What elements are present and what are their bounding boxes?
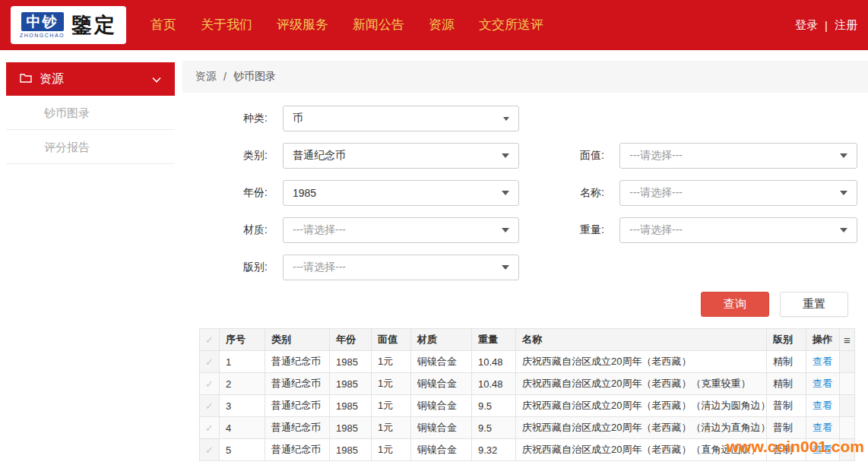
sidebar-item-coin-catalog[interactable]: 钞币图录 — [6, 96, 175, 130]
category-select[interactable]: 普通纪念币 — [283, 143, 519, 169]
cell-category: 普通纪念币 — [265, 417, 330, 439]
cell-edition: 精制 — [767, 351, 806, 373]
cell-edition: 普制 — [767, 417, 806, 439]
top-header: 中钞 ZHONGCHAO 鑒定 首页 关于我们 评级服务 新闻公告 资源 文交所… — [0, 0, 868, 50]
nav-item-resources[interactable]: 资源 — [417, 0, 467, 50]
cell-category: 普通纪念币 — [265, 373, 330, 395]
kind-select-value: 币 — [293, 112, 303, 125]
name-select-value: ---请选择--- — [629, 186, 683, 200]
weight-select[interactable]: ---请选择--- — [619, 217, 857, 243]
nav-item-about[interactable]: 关于我们 — [188, 0, 265, 50]
name-select[interactable]: ---请选择--- — [619, 180, 857, 206]
table-row: ✓ 4 普通纪念币 1985 1元 铜镍合金 9.5 庆祝西藏自治区成立20周年… — [200, 417, 855, 439]
view-link[interactable]: 查看 — [813, 444, 832, 455]
site-logo[interactable]: 中钞 ZHONGCHAO 鑒定 — [11, 6, 126, 44]
chevron-down-icon — [502, 191, 509, 195]
nav-item-grading-service[interactable]: 评级服务 — [265, 0, 341, 50]
cell-edition: 普制 — [767, 439, 806, 461]
cell-weight: 9.32 — [472, 439, 516, 461]
cell-year: 1985 — [330, 395, 372, 417]
edition-label: 版别: — [182, 261, 283, 274]
edition-select[interactable]: ---请选择--- — [283, 255, 519, 280]
col-name: 名称 — [516, 329, 767, 351]
cell-material: 铜镍合金 — [411, 373, 472, 395]
table-header-row: ✓ 序号 类别 年份 面值 材质 重量 名称 版别 操作 ≡ — [200, 329, 855, 351]
cell-name: 庆祝西藏自治区成立20周年（老西藏）（直角远山版） — [516, 439, 767, 461]
auth-links: 登录 | 注册 — [795, 18, 857, 33]
table-row: ✓ 5 普通纪念币 1985 1元 铜镍合金 9.32 庆祝西藏自治区成立20周… — [200, 439, 855, 461]
view-link[interactable]: 查看 — [813, 400, 832, 411]
view-link[interactable]: 查看 — [813, 356, 832, 367]
column-menu-icon[interactable]: ≡ — [840, 329, 855, 351]
cell-menu-spacer — [840, 351, 855, 373]
logo-mark: 中钞 ZHONGCHAO — [20, 12, 65, 38]
cell-index: 3 — [220, 395, 265, 417]
col-action: 操作 — [806, 329, 840, 351]
cell-denomination: 1元 — [372, 395, 411, 417]
kind-select[interactable]: 币 — [283, 106, 519, 131]
breadcrumb-divider: / — [223, 71, 227, 83]
col-denomination: 面值 — [372, 329, 411, 351]
material-select[interactable]: ---请选择--- — [283, 217, 519, 243]
select-all-checkbox[interactable]: ✓ — [200, 329, 220, 351]
folder-icon — [20, 72, 32, 86]
main-content: 资源 / 钞币图录 种类: 币 类别: 普通纪念币 面值: — [182, 61, 868, 468]
cell-name: 庆祝西藏自治区成立20周年（老西藏） — [516, 351, 767, 373]
chevron-down-icon — [840, 228, 847, 232]
row-checkbox[interactable]: ✓ — [200, 395, 220, 417]
edition-select-value: ---请选择--- — [293, 261, 346, 274]
kind-label: 种类: — [182, 112, 283, 125]
denomination-select-value: ---请选择--- — [629, 149, 683, 163]
sidebar-section-resources[interactable]: 资源 — [6, 62, 175, 96]
row-checkbox[interactable]: ✓ — [200, 417, 220, 439]
material-label: 材质: — [182, 223, 283, 237]
row-checkbox[interactable]: ✓ — [200, 373, 220, 395]
cell-edition: 普制 — [767, 395, 806, 417]
chevron-down-icon — [503, 117, 509, 121]
year-select-value: 1985 — [293, 187, 316, 199]
cell-edition: 精制 — [767, 373, 806, 395]
sidebar-item-score-report[interactable]: 评分报告 — [6, 130, 175, 164]
view-link[interactable]: 查看 — [813, 422, 832, 433]
cell-weight: 9.5 — [472, 417, 516, 439]
cell-category: 普通纪念币 — [265, 351, 330, 373]
main-nav: 首页 关于我们 评级服务 新闻公告 资源 文交所送评 — [138, 0, 556, 50]
nav-item-exchange-submission[interactable]: 文交所送评 — [467, 0, 556, 50]
category-label: 类别: — [182, 149, 283, 163]
search-button[interactable]: 查询 — [701, 292, 769, 317]
nav-item-home[interactable]: 首页 — [138, 0, 188, 50]
cell-name: 庆祝西藏自治区成立20周年（老西藏）（清边为直角边） — [516, 417, 767, 439]
category-select-value: 普通纪念币 — [293, 149, 346, 163]
cell-year: 1985 — [330, 373, 372, 395]
table-row: ✓ 1 普通纪念币 1985 1元 铜镍合金 10.48 庆祝西藏自治区成立20… — [200, 351, 855, 373]
nav-item-news[interactable]: 新闻公告 — [341, 0, 417, 50]
breadcrumb: 资源 / 钞币图录 — [182, 61, 868, 93]
cell-name: 庆祝西藏自治区成立20周年（老西藏）（克重较重） — [516, 373, 767, 395]
row-checkbox[interactable]: ✓ — [200, 351, 220, 373]
denomination-select[interactable]: ---请选择--- — [619, 143, 857, 169]
logo-subtext: ZHONGCHAO — [20, 33, 65, 38]
reset-button[interactable]: 重置 — [780, 292, 848, 317]
breadcrumb-root[interactable]: 资源 — [195, 70, 217, 84]
sidebar: 资源 钞币图录 评分报告 — [6, 62, 175, 164]
view-link[interactable]: 查看 — [813, 378, 832, 389]
material-select-value: ---请选择--- — [293, 223, 346, 237]
cell-index: 4 — [220, 417, 265, 439]
cell-denomination: 1元 — [372, 417, 411, 439]
year-select[interactable]: 1985 — [283, 180, 519, 206]
denomination-label: 面值: — [566, 149, 619, 163]
auth-divider: | — [825, 19, 828, 32]
cell-menu-spacer — [840, 395, 855, 417]
filter-actions: 查询 重置 — [182, 292, 868, 317]
cell-index: 2 — [220, 373, 265, 395]
filter-form: 种类: 币 类别: 普通纪念币 面值: ---请选择--- — [182, 93, 868, 280]
register-link[interactable]: 注册 — [835, 18, 857, 33]
chevron-down-icon — [152, 72, 161, 86]
logo-zh-text: 中钞 — [21, 12, 64, 31]
row-checkbox[interactable]: ✓ — [200, 439, 220, 461]
weight-select-value: ---请选择--- — [629, 223, 683, 237]
col-material: 材质 — [411, 329, 472, 351]
table-row: ✓ 3 普通纪念币 1985 1元 铜镍合金 9.5 庆祝西藏自治区成立20周年… — [200, 395, 855, 417]
catalog-table-wrap: ✓ 序号 类别 年份 面值 材质 重量 名称 版别 操作 ≡ ✓ 1 普通纪 — [199, 328, 854, 461]
login-link[interactable]: 登录 — [795, 18, 818, 33]
